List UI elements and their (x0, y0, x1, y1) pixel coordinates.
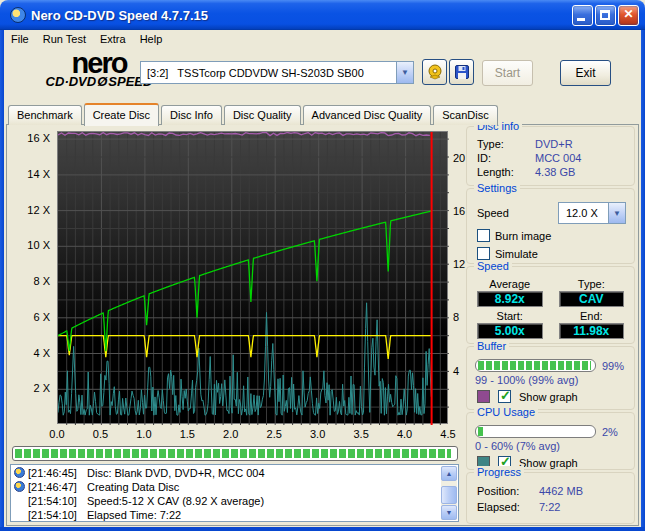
log-scrollbar[interactable]: ▲ ▼ (441, 466, 457, 520)
speed-graph (57, 131, 448, 424)
y-left-tick: 6 X (14, 311, 50, 323)
tab-scandisc[interactable]: ScanDisc (433, 105, 497, 125)
log-entry[interactable]: [21:54:10]Elapsed Time: 7:22 (11, 508, 458, 521)
progress-rows: Position:4462 MBElapsed:7:22 (467, 473, 634, 515)
disc-info-value: DVD+R (535, 137, 624, 151)
x-tick: 2.5 (261, 428, 287, 440)
disc-log-icon (14, 467, 25, 478)
log-text: Creating Data Disc (87, 481, 179, 493)
log-entry[interactable]: [21:46:47]Creating Data Disc (11, 480, 458, 493)
log-text: Speed:5-12 X CAV (8.92 X average) (87, 495, 264, 507)
window-title: Nero CD-DVD Speed 4.7.7.15 (31, 8, 570, 23)
menu-help[interactable]: Help (133, 32, 170, 46)
save-button[interactable] (449, 59, 474, 85)
cpu-usage-line (58, 303, 431, 415)
write-speed-line (58, 211, 432, 351)
close-icon: ✕ (619, 7, 638, 21)
speed-cell-label: End: (559, 310, 625, 322)
menu-extra[interactable]: Extra (93, 32, 133, 46)
settings-group: Settings Speed 12.0 X ▼ Burn imageSimula… (466, 188, 635, 264)
progress-group: Progress Position:4462 MBElapsed:7:22 (466, 472, 635, 524)
tab-advanced-disc-quality[interactable]: Advanced Disc Quality (303, 105, 432, 125)
cpu-meter-fill (478, 427, 483, 436)
x-tick: 4.0 (392, 428, 418, 440)
log-entry[interactable]: [21:54:10]Speed:5-12 X CAV (8.92 X avera… (11, 494, 458, 507)
speed-cell-end-: End:11.98x (559, 310, 625, 339)
window-border-left (0, 28, 4, 531)
progress-value: 4462 MB (539, 483, 624, 499)
start-button[interactable]: Start (482, 60, 533, 86)
buffer-level-line (58, 133, 430, 136)
drive-select-value: [3:2] TSSTcorp CDDVDW SH-S203D SB00 (141, 67, 396, 79)
save-icon (455, 65, 469, 79)
cpu-usage-title: CPU Usage (474, 406, 538, 418)
log-entry[interactable]: [21:46:45]Disc: Blank DVD, DVD+R, MCC 00… (11, 466, 458, 479)
menu-file[interactable]: File (4, 32, 36, 46)
y-left-tick: 14 X (14, 168, 50, 180)
tab-create-disc[interactable]: Create Disc (84, 103, 159, 126)
scrollbar-thumb[interactable] (441, 486, 457, 504)
x-tick: 4.5 (435, 428, 461, 440)
log-timestamp: [21:46:45] (28, 467, 84, 479)
tab-benchmark[interactable]: Benchmark (8, 105, 82, 125)
eject-disc-icon (427, 64, 443, 80)
progress-label: Position: (477, 483, 539, 499)
check-icon: ✓ (500, 388, 511, 403)
buffer-meter (475, 359, 596, 372)
y-left-tick: 8 X (14, 275, 50, 287)
eject-disc-button[interactable] (422, 59, 447, 85)
progress-value: 7:22 (539, 499, 624, 515)
buffer-show-graph-label: Show graph (519, 391, 578, 403)
x-tick: 1.0 (131, 428, 157, 440)
y-left-tick: 16 X (14, 132, 50, 144)
scroll-up-icon[interactable]: ▲ (441, 466, 457, 481)
scroll-down-icon[interactable]: ▼ (441, 505, 457, 520)
speed-cell-readout: 5.00x (477, 323, 543, 339)
burn-progress-fill (15, 449, 451, 458)
menu-bar: FileRun TestExtraHelp (4, 30, 641, 48)
setting-simulate: Simulate (477, 247, 634, 260)
title-bar[interactable]: Nero CD-DVD Speed 4.7.7.15 ✕ (0, 0, 645, 30)
x-tick: 1.5 (174, 428, 200, 440)
burn-progress-bar (12, 446, 458, 461)
disc-info-label: Type: (477, 137, 535, 151)
tab-disc-quality[interactable]: Disc Quality (224, 105, 301, 125)
buffer-group: Buffer 99% 99 - 100% (99% avg) ✓ Show gr… (466, 346, 635, 410)
speed-select-value: 12.0 X (559, 207, 608, 219)
disc-info-value: MCC 004 (535, 151, 624, 165)
settings-title: Settings (474, 182, 520, 194)
simulate-checkbox[interactable] (477, 247, 490, 260)
cpu-show-graph-label: Show graph (519, 457, 578, 469)
app-icon (10, 7, 26, 23)
close-button[interactable]: ✕ (618, 5, 639, 26)
status-log: [21:46:45]Disc: Blank DVD, DVD+R, MCC 00… (10, 464, 459, 522)
tab-disc-info[interactable]: Disc Info (161, 105, 222, 125)
progress-label: Elapsed: (477, 499, 539, 515)
tab-bar: BenchmarkCreate DiscDisc InfoDisc Qualit… (8, 102, 500, 125)
progress-title: Progress (474, 466, 524, 478)
speed-cell-readout: 8.92x (477, 291, 543, 307)
chevron-down-icon[interactable]: ▼ (396, 62, 413, 83)
y-left-tick: 10 X (14, 239, 50, 251)
log-timestamp: [21:54:10] (28, 495, 84, 507)
buffer-color-swatch (477, 390, 490, 403)
drive-select[interactable]: [3:2] TSSTcorp CDDVDW SH-S203D SB00 ▼ (140, 61, 414, 84)
speed-select[interactable]: 12.0 X ▼ (558, 202, 626, 224)
speed-cell-label: Type: (559, 278, 625, 290)
exit-button[interactable]: Exit (560, 60, 611, 86)
minimize-button[interactable] (572, 5, 593, 26)
maximize-button[interactable] (595, 5, 616, 26)
burn-image-checkbox[interactable] (477, 229, 490, 242)
settings-checkboxes: Burn imageSimulate (467, 229, 634, 260)
status-log-rows: [21:46:45]Disc: Blank DVD, DVD+R, MCC 00… (11, 466, 458, 521)
buffer-show-graph-checkbox[interactable]: ✓ (498, 390, 511, 403)
menu-run-test[interactable]: Run Test (36, 32, 93, 46)
x-tick: 2.0 (218, 428, 244, 440)
x-tick: 3.0 (305, 428, 331, 440)
speed-group: Speed Average8.92xType:CAVStart:5.00xEnd… (466, 266, 635, 344)
chevron-down-icon[interactable]: ▼ (608, 203, 625, 223)
speed-cell-type-: Type:CAV (559, 278, 625, 307)
cpu-meter (475, 425, 596, 438)
y-left-tick: 12 X (14, 204, 50, 216)
simulate-label: Simulate (495, 248, 538, 260)
